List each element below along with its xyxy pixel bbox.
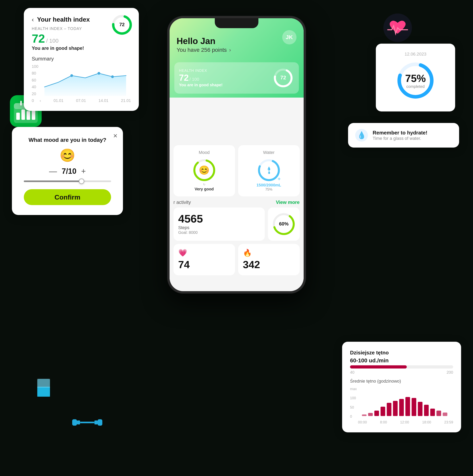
steps-card: 4565 Steps Goal: 8000 bbox=[173, 207, 265, 241]
phone-hero: Hello Jan You have 256 points › JK HEALT… bbox=[169, 18, 304, 98]
svg-point-26 bbox=[111, 75, 114, 78]
activity-row: 4565 Steps Goal: 8000 60% bbox=[173, 207, 300, 241]
phone-hi-value: 72 bbox=[179, 73, 189, 83]
steps-label-text: Steps bbox=[178, 225, 260, 230]
svg-rect-18 bbox=[80, 422, 94, 423]
phone-health-section: HEALTH INDEX 72 / 100 You are in good sh… bbox=[174, 62, 299, 94]
progress-date: 12.06.2023 bbox=[405, 51, 426, 57]
svg-rect-7 bbox=[20, 101, 22, 105]
svg-point-25 bbox=[98, 72, 100, 75]
svg-rect-29 bbox=[362, 414, 367, 416]
activity-label: r activity bbox=[173, 200, 191, 205]
svg-rect-15 bbox=[37, 379, 50, 388]
svg-rect-31 bbox=[374, 410, 379, 416]
phone-frame: Hello Jan You have 256 points › JK HEALT… bbox=[167, 16, 306, 293]
hydration-title: Remember to hydrate! bbox=[373, 130, 427, 136]
progress-card: 12.06.2023 75% completed bbox=[376, 44, 455, 111]
heart-monitor-icon bbox=[382, 12, 413, 44]
refresh-icon[interactable]: ↻ bbox=[203, 183, 205, 186]
fire-value: 342 bbox=[243, 259, 295, 271]
progress-percent: 75% bbox=[405, 72, 426, 84]
svg-text:💧: 💧 bbox=[267, 171, 271, 174]
svg-rect-41 bbox=[437, 410, 441, 416]
mood-modal: × What mood are you in today? 😊 — 7/10 +… bbox=[12, 127, 123, 215]
rating-row: — 7/10 + bbox=[24, 167, 111, 176]
mood-circle: 😊 bbox=[192, 158, 216, 182]
calories-metric-card: 🔥 342 bbox=[238, 244, 300, 275]
svg-text:💧: 💧 bbox=[267, 166, 271, 171]
mood-slider-track[interactable] bbox=[24, 181, 111, 182]
mood-slider-fill bbox=[24, 181, 81, 182]
hr-bar bbox=[350, 365, 453, 369]
mood-phone-emoji: 😊 bbox=[199, 165, 210, 175]
svg-text:60%: 60% bbox=[279, 221, 288, 226]
svg-text:72: 72 bbox=[280, 75, 286, 81]
water-amount: 1500/2000mL bbox=[256, 183, 281, 187]
back-arrow[interactable]: ‹ bbox=[32, 16, 34, 23]
greeting-text: Hello Jan bbox=[177, 36, 297, 46]
heart-rate-card: Dzisiejsze tętno 60-100 ud./min 40 200 Ś… bbox=[342, 342, 461, 432]
minus-button[interactable]: — bbox=[49, 167, 57, 176]
card-title: Your health index bbox=[37, 16, 90, 23]
heart-icon: 💗 bbox=[178, 249, 230, 257]
water-circle: 💧 💧 + bbox=[257, 158, 281, 182]
steps-value: 4565 bbox=[178, 212, 260, 225]
phone-notch bbox=[215, 18, 258, 28]
svg-rect-16 bbox=[72, 419, 77, 426]
view-more-link[interactable]: View more bbox=[276, 200, 300, 205]
svg-rect-19 bbox=[94, 421, 98, 425]
index-max: / 100 bbox=[46, 38, 58, 44]
svg-rect-4 bbox=[21, 109, 25, 120]
svg-rect-40 bbox=[430, 408, 435, 416]
points-chevron: › bbox=[229, 47, 231, 53]
mood-label: Mood bbox=[199, 150, 210, 155]
confirm-button[interactable]: Confirm bbox=[24, 189, 111, 205]
mood-water-row: Mood 😊 ↻ Very good Water bbox=[173, 145, 300, 196]
svg-rect-17 bbox=[77, 421, 80, 425]
hr-subtitle: Średnie tętno (godzinowo) bbox=[350, 379, 453, 384]
steps-goal: Goal: 8000 bbox=[178, 230, 260, 235]
add-water-button[interactable]: + bbox=[277, 176, 281, 182]
phone-body: Mood 😊 ↻ Very good Water bbox=[169, 141, 304, 279]
activity-circle: 60% bbox=[272, 212, 296, 236]
health-donut: 72 bbox=[111, 14, 133, 36]
hr-bar-fill bbox=[350, 365, 407, 369]
water-pct: 75% bbox=[265, 187, 272, 192]
phone-hi-label: HEALTH INDEX bbox=[179, 69, 223, 73]
activity-circle-card: 60% bbox=[268, 207, 300, 241]
svg-rect-33 bbox=[387, 403, 391, 416]
svg-rect-42 bbox=[443, 412, 447, 416]
water-label: Water bbox=[263, 150, 275, 155]
avatar: JK bbox=[282, 30, 297, 44]
water-drop-icon: 💧 bbox=[355, 129, 368, 142]
hr-range: 60-100 ud./min bbox=[350, 357, 453, 364]
plus-button[interactable]: + bbox=[81, 167, 86, 176]
fire-icon: 🔥 bbox=[243, 249, 295, 257]
mood-question: What mood are you in today? bbox=[24, 137, 111, 143]
rating-value: 7/10 bbox=[62, 167, 76, 175]
phone-mockup: Hello Jan You have 256 points › JK HEALT… bbox=[167, 16, 306, 293]
health-index-card: 72 ‹ Your health index HEALTH INDEX – TO… bbox=[24, 8, 139, 111]
phone-screen: Hello Jan You have 256 points › JK HEALT… bbox=[169, 18, 304, 291]
health-chart bbox=[40, 64, 131, 96]
svg-rect-5 bbox=[27, 111, 30, 120]
phone-donut: 72 bbox=[272, 67, 294, 89]
hydration-subtitle: Time for a glass of water. bbox=[373, 136, 427, 141]
close-button[interactable]: × bbox=[113, 132, 118, 140]
summary-label: Summary bbox=[32, 56, 131, 62]
water-glass-icon bbox=[36, 377, 51, 401]
hr-title: Dzisiejsze tętno bbox=[350, 350, 453, 356]
dumbbell-icon bbox=[71, 414, 103, 430]
svg-rect-32 bbox=[381, 407, 385, 416]
chart-y-axis: 100806040200 bbox=[32, 64, 40, 103]
water-card: Water 💧 💧 + 1500/2000mL 75% bbox=[238, 145, 300, 196]
index-description: You are in good shape! bbox=[32, 45, 131, 51]
svg-rect-35 bbox=[399, 399, 404, 416]
progress-label: completed bbox=[405, 84, 426, 89]
svg-point-24 bbox=[70, 74, 73, 77]
mood-slider-thumb[interactable] bbox=[79, 178, 84, 184]
svg-text:72: 72 bbox=[119, 22, 125, 27]
index-value: 72 bbox=[32, 32, 45, 45]
mood-status: Very good bbox=[195, 187, 214, 191]
svg-rect-36 bbox=[405, 397, 410, 416]
